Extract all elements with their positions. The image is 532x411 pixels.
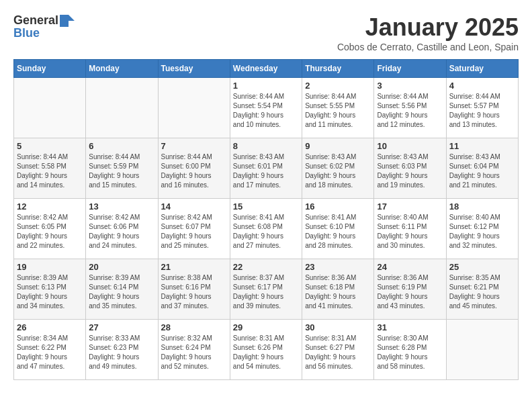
day-info: Sunrise: 8:34 AMSunset: 6:22 PMDaylight:… [17,334,83,371]
day-number: 30 [305,322,371,332]
day-header-monday: Monday [86,60,158,78]
calendar-cell: 14Sunrise: 8:42 AMSunset: 6:07 PMDayligh… [158,199,230,259]
day-number: 17 [377,201,443,212]
day-number: 21 [161,262,227,272]
calendar-body: 1Sunrise: 8:44 AMSunset: 5:54 PMDaylight… [14,78,519,380]
week-row-2: 5Sunrise: 8:44 AMSunset: 5:58 PMDaylight… [14,138,519,199]
day-number: 27 [89,322,154,332]
day-info: Sunrise: 8:31 AMSunset: 6:27 PMDaylight:… [305,334,371,371]
location-subtitle: Cobos de Cerrato, Castille and Leon, Spa… [337,42,519,52]
day-info: Sunrise: 8:40 AMSunset: 6:12 PMDaylight:… [449,213,515,250]
week-row-4: 19Sunrise: 8:39 AMSunset: 6:13 PMDayligh… [14,259,519,320]
logo-bird-icon [60,15,75,27]
day-header-thursday: Thursday [302,60,374,78]
calendar-cell: 7Sunrise: 8:44 AMSunset: 6:00 PMDaylight… [158,138,230,199]
calendar-cell: 11Sunrise: 8:43 AMSunset: 6:04 PMDayligh… [446,138,518,199]
day-number: 11 [449,141,515,151]
day-header-friday: Friday [374,60,446,78]
calendar-cell: 16Sunrise: 8:41 AMSunset: 6:10 PMDayligh… [302,199,374,259]
day-info: Sunrise: 8:36 AMSunset: 6:19 PMDaylight:… [377,273,443,311]
calendar-cell [446,320,518,380]
day-info: Sunrise: 8:37 AMSunset: 6:17 PMDaylight:… [233,273,299,311]
day-info: Sunrise: 8:42 AMSunset: 6:06 PMDaylight:… [89,213,154,250]
day-info: Sunrise: 8:36 AMSunset: 6:18 PMDaylight:… [305,273,371,311]
day-info: Sunrise: 8:43 AMSunset: 6:03 PMDaylight:… [377,152,443,190]
day-number: 31 [377,322,443,332]
day-number: 2 [305,81,371,91]
title-area: January 2025 Cobos de Cerrato, Castille … [337,13,519,52]
calendar-cell: 24Sunrise: 8:36 AMSunset: 6:19 PMDayligh… [374,259,446,320]
day-info: Sunrise: 8:43 AMSunset: 6:02 PMDaylight:… [305,152,371,190]
calendar-cell: 29Sunrise: 8:31 AMSunset: 6:26 PMDayligh… [230,320,302,380]
day-number: 19 [17,262,83,272]
day-header-saturday: Saturday [446,60,518,78]
day-number: 18 [449,201,515,212]
day-info: Sunrise: 8:32 AMSunset: 6:24 PMDaylight:… [161,334,227,371]
calendar-cell: 25Sunrise: 8:35 AMSunset: 6:21 PMDayligh… [446,259,518,320]
calendar-cell: 1Sunrise: 8:44 AMSunset: 5:54 PMDaylight… [230,78,302,138]
day-header-wednesday: Wednesday [230,60,302,78]
calendar-cell: 28Sunrise: 8:32 AMSunset: 6:24 PMDayligh… [158,320,230,380]
header-row: SundayMondayTuesdayWednesdayThursdayFrid… [14,60,519,78]
week-row-1: 1Sunrise: 8:44 AMSunset: 5:54 PMDaylight… [14,78,519,138]
day-info: Sunrise: 8:44 AMSunset: 5:54 PMDaylight:… [233,92,299,130]
day-number: 23 [305,262,371,272]
calendar-cell: 15Sunrise: 8:41 AMSunset: 6:08 PMDayligh… [230,199,302,259]
day-number: 4 [449,81,515,91]
calendar-header: SundayMondayTuesdayWednesdayThursdayFrid… [14,60,519,78]
day-number: 5 [17,141,83,151]
day-info: Sunrise: 8:43 AMSunset: 6:01 PMDaylight:… [233,152,299,190]
calendar-table: SundayMondayTuesdayWednesdayThursdayFrid… [13,59,519,380]
calendar-cell: 22Sunrise: 8:37 AMSunset: 6:17 PMDayligh… [230,259,302,320]
day-info: Sunrise: 8:30 AMSunset: 6:28 PMDaylight:… [377,334,443,371]
calendar-cell: 20Sunrise: 8:39 AMSunset: 6:14 PMDayligh… [86,259,158,320]
day-info: Sunrise: 8:44 AMSunset: 5:58 PMDaylight:… [17,152,83,190]
calendar-cell: 10Sunrise: 8:43 AMSunset: 6:03 PMDayligh… [374,138,446,199]
day-number: 20 [89,262,154,272]
logo: General Blue [13,13,75,40]
day-info: Sunrise: 8:31 AMSunset: 6:26 PMDaylight:… [233,334,299,371]
day-info: Sunrise: 8:44 AMSunset: 5:56 PMDaylight:… [377,92,443,130]
calendar-cell: 4Sunrise: 8:44 AMSunset: 5:57 PMDaylight… [446,78,518,138]
day-number: 22 [233,262,299,272]
day-info: Sunrise: 8:44 AMSunset: 5:55 PMDaylight:… [305,92,371,130]
day-number: 14 [161,201,227,212]
day-header-tuesday: Tuesday [158,60,230,78]
day-number: 16 [305,201,371,212]
calendar-cell: 19Sunrise: 8:39 AMSunset: 6:13 PMDayligh… [14,259,86,320]
day-number: 1 [233,81,299,91]
calendar-cell: 30Sunrise: 8:31 AMSunset: 6:27 PMDayligh… [302,320,374,380]
calendar-cell [158,78,230,138]
calendar-cell: 27Sunrise: 8:33 AMSunset: 6:23 PMDayligh… [86,320,158,380]
logo-general-text: General [13,13,58,28]
calendar-cell: 21Sunrise: 8:38 AMSunset: 6:16 PMDayligh… [158,259,230,320]
calendar-cell: 13Sunrise: 8:42 AMSunset: 6:06 PMDayligh… [86,199,158,259]
logo-blue-text: Blue [13,26,40,40]
header: General Blue January 2025 Cobos de Cerra… [13,13,519,52]
day-info: Sunrise: 8:44 AMSunset: 5:59 PMDaylight:… [89,152,154,190]
calendar-cell: 5Sunrise: 8:44 AMSunset: 5:58 PMDaylight… [14,138,86,199]
calendar-cell: 6Sunrise: 8:44 AMSunset: 5:59 PMDaylight… [86,138,158,199]
week-row-5: 26Sunrise: 8:34 AMSunset: 6:22 PMDayligh… [14,320,519,380]
day-number: 10 [377,141,443,151]
calendar-cell: 31Sunrise: 8:30 AMSunset: 6:28 PMDayligh… [374,320,446,380]
week-row-3: 12Sunrise: 8:42 AMSunset: 6:05 PMDayligh… [14,199,519,259]
day-number: 25 [449,262,515,272]
day-info: Sunrise: 8:35 AMSunset: 6:21 PMDaylight:… [449,273,515,311]
day-number: 7 [161,141,227,151]
day-info: Sunrise: 8:42 AMSunset: 6:05 PMDaylight:… [17,213,83,250]
calendar-cell: 12Sunrise: 8:42 AMSunset: 6:05 PMDayligh… [14,199,86,259]
day-info: Sunrise: 8:43 AMSunset: 6:04 PMDaylight:… [449,152,515,190]
day-number: 28 [161,322,227,332]
day-number: 24 [377,262,443,272]
day-info: Sunrise: 8:44 AMSunset: 6:00 PMDaylight:… [161,152,227,190]
day-info: Sunrise: 8:38 AMSunset: 6:16 PMDaylight:… [161,273,227,311]
day-number: 6 [89,141,154,151]
day-info: Sunrise: 8:39 AMSunset: 6:14 PMDaylight:… [89,273,154,311]
day-number: 8 [233,141,299,151]
calendar-cell: 2Sunrise: 8:44 AMSunset: 5:55 PMDaylight… [302,78,374,138]
day-number: 3 [377,81,443,91]
day-info: Sunrise: 8:39 AMSunset: 6:13 PMDaylight:… [17,273,83,311]
day-number: 13 [89,201,154,212]
day-info: Sunrise: 8:41 AMSunset: 6:10 PMDaylight:… [305,213,371,250]
